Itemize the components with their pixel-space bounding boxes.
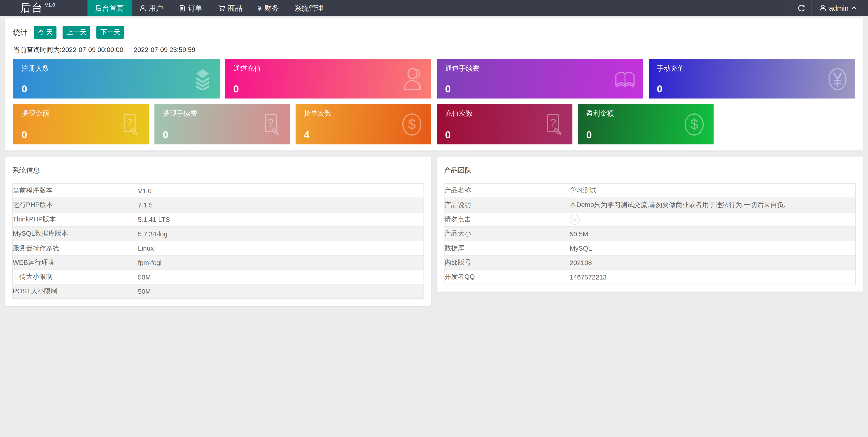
app-logo[interactable]: 后台 V1.0 [20,0,55,16]
stat-card-label: 注册人数 [22,64,220,74]
yen-icon: ¥ [258,4,262,12]
row-value: 404 [569,212,856,227]
table-row: 产品大小50.5M [444,227,856,241]
document-icon [179,5,185,11]
nav-item-label: 后台首页 [95,3,124,13]
stat-card-profit-amount: 盈利金额 0 $ [578,104,714,145]
nav-item-label: 商品 [228,3,242,13]
main-nav: 后台首页 用户 订单 商品 ¥ 财 [87,0,331,16]
row-value: fpm-fcgi [138,255,424,270]
dollar-circle-icon: $ [684,113,705,136]
row-label: POST大小限制 [12,284,138,299]
row-value: V1.0 [138,184,424,198]
stat-card-label: 手动充值 [657,64,855,74]
stat-card-withdraw-amount: 提现金额 0 ? [13,104,149,145]
product-team-title: 产品团队 [444,166,856,176]
stat-cards-row2: 提现金额 0 ? 提现手续费 0 ? [13,104,855,145]
nav-item-orders[interactable]: 订单 [171,0,210,16]
row-label: 产品名称 [444,184,569,198]
today-button[interactable]: 今 天 [34,26,57,39]
table-row: 产品说明本Demo只为学习测试交流,请勿要做商业或者用于违法行为,一切后果自负. [444,198,856,212]
row-value: 5.7.34-log [138,227,424,241]
nav-item-users[interactable]: 用户 [131,0,171,16]
product-team-panel: 产品团队 产品名称学习测试 产品说明本Demo只为学习测试交流,请勿要做商业或者… [437,157,863,292]
table-row: 内部版号202108 [444,255,856,270]
app-version: V1.0 [45,2,55,7]
dollar-circle-icon: $ [401,113,423,136]
row-value: 50.5M [569,227,856,241]
badge-404[interactable]: 404 [569,214,580,224]
table-row: WEB运行环境fpm-fcgi [12,255,424,270]
nav-spacer [331,0,792,16]
table-row: 数据库MySQL [444,241,856,255]
svg-text:$: $ [408,116,416,132]
row-label: 服务器操作系统 [12,241,138,255]
row-label: 内部版号 [444,255,569,270]
cart-icon [218,5,225,11]
row-label: WEB运行环境 [12,255,138,270]
row-value: 50M [138,284,424,299]
row-label: ThinkPHP版本 [12,212,138,227]
table-row: 上传大小限制50M [12,270,424,284]
nav-item-finance[interactable]: ¥ 财务 [250,0,287,16]
table-row: 运行PHP版本7.1.5 [12,198,424,212]
stat-card-recharge-count: 充值次数 0 ? [437,104,572,145]
row-label: 请勿点击 [444,212,569,227]
row-label: 数据库 [444,241,569,255]
stat-card-label: 通道充值 [233,64,431,74]
stat-card-value: 0 [22,84,220,94]
nav-item-label: 用户 [149,3,163,13]
book-icon [614,68,636,90]
nav-item-label: 系统管理 [294,3,323,13]
svg-text:?: ? [268,116,274,129]
system-info-panel: 系统信息 当前程序版本V1.0 运行PHP版本7.1.5 ThinkPHP版本5… [5,157,431,306]
avatar-icon [819,4,826,12]
stat-card-registered-users: 注册人数 0 [13,59,219,98]
user-icon [139,5,146,11]
stat-card-value: 0 [657,84,855,94]
row-label: 当前程序版本 [12,184,138,198]
row-value: 202108 [569,255,856,270]
row-label: MySQL数据库版本 [12,227,138,241]
svg-text:?: ? [550,116,556,129]
table-row: ThinkPHP版本5.1.41 LTS [12,212,424,227]
row-value: 1467572213 [569,270,856,284]
nav-item-home[interactable]: 后台首页 [87,0,131,16]
question-paper-icon: ? [544,113,563,135]
row-value: 50M [138,270,424,284]
table-row: MySQL数据库版本5.7.34-log [12,227,424,241]
nav-right: admin [792,0,868,16]
system-info-title: 系统信息 [12,166,424,176]
refresh-button[interactable] [792,0,811,16]
stats-header: 统计 今 天 上一天 下一天 [13,26,855,39]
nav-item-products[interactable]: 商品 [210,0,250,16]
nav-item-label: 财务 [265,3,279,13]
row-value: Linux [138,241,424,255]
layers-icon [192,68,212,90]
stats-section-label: 统计 [13,27,28,37]
svg-text:$: $ [690,116,698,132]
stat-cards-row1: 注册人数 0 通道充值 0 [13,59,855,98]
query-time-text: 当前查询时间为:2022-07-09 00:00:00 --- 2022-07-… [13,45,855,55]
row-value: 学习测试 [569,184,856,198]
table-row: 开发者QQ1467572213 [444,270,856,284]
bottom-panels: 系统信息 当前程序版本V1.0 运行PHP版本7.1.5 ThinkPHP版本5… [5,157,863,306]
question-paper-icon: ? [120,113,140,135]
prev-day-button[interactable]: 上一天 [63,26,90,39]
stat-card-manual-recharge: 手动充值 0 [649,59,855,98]
stat-card-value: 0 [233,84,431,94]
row-value: 7.1.5 [138,198,424,212]
nav-item-system[interactable]: 系统管理 [287,0,331,16]
row-value: MySQL [569,241,856,255]
table-row: 产品名称学习测试 [444,184,856,198]
svg-text:?: ? [127,116,133,129]
row-value: 本Demo只为学习测试交流,请勿要做商业或者用于违法行为,一切后果自负. [569,198,856,212]
next-day-button[interactable]: 下一天 [96,26,124,39]
table-row: 服务器操作系统Linux [12,241,424,255]
user-menu[interactable]: admin [811,0,865,16]
stat-card-withdraw-fee: 提现手续费 0 ? [154,104,290,145]
yen-circle-icon [828,67,847,91]
admin-dashboard: 后台 V1.0 后台首页 用户 订单 [0,0,868,437]
nav-item-label: 订单 [188,3,202,13]
row-value: 5.1.41 LTS [138,212,424,227]
